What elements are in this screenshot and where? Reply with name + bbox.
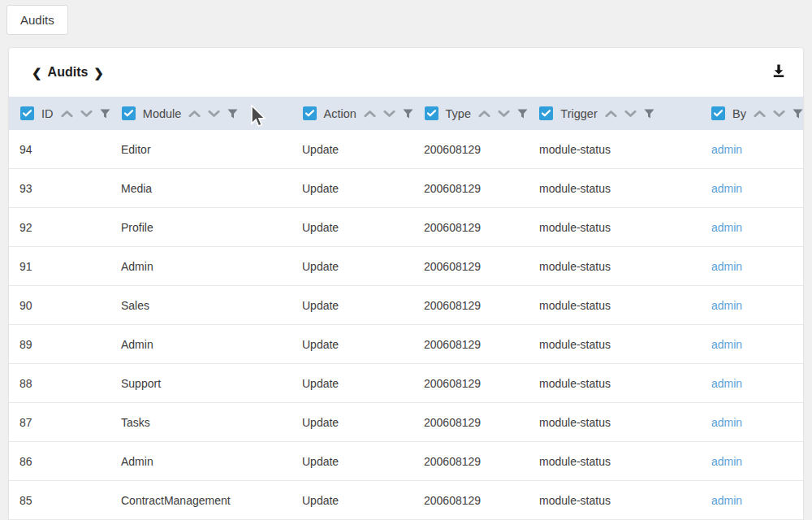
cell-trigger: module-status: [529, 377, 701, 390]
chevron-left-icon[interactable]: ❮: [32, 67, 42, 79]
column-label-by: By: [732, 107, 746, 120]
table-row: 88SupportUpdate200608129module-statusadm…: [9, 364, 803, 403]
cell-action: Update: [292, 455, 413, 468]
cell-id: 88: [9, 377, 110, 390]
cell-action: Update: [292, 143, 413, 156]
table-header-row: IDModuleActionTypeTriggerBy: [9, 97, 803, 130]
cell-by: admin: [701, 299, 803, 312]
cell-by: admin: [701, 377, 803, 390]
user-link[interactable]: admin: [711, 221, 742, 234]
cell-module: Media: [110, 182, 292, 195]
column-checkbox-by[interactable]: [711, 106, 725, 120]
user-link[interactable]: admin: [711, 299, 742, 312]
cell-action: Update: [292, 338, 413, 351]
user-link[interactable]: admin: [711, 455, 742, 468]
cell-action: Update: [292, 299, 413, 312]
user-link[interactable]: admin: [711, 338, 742, 351]
sort-asc-icon-by[interactable]: [754, 110, 766, 118]
cell-action: Update: [292, 416, 413, 429]
cell-trigger: module-status: [529, 299, 701, 312]
column-header-by: By: [700, 97, 803, 130]
sort-desc-icon-trigger[interactable]: [624, 110, 637, 118]
cell-type: 200608129: [413, 260, 529, 273]
filter-icon-type[interactable]: [517, 109, 528, 119]
table-row: 86AdminUpdate200608129module-statusadmin: [9, 442, 803, 481]
cell-by: admin: [701, 260, 803, 273]
cell-trigger: module-status: [529, 494, 701, 507]
column-checkbox-id[interactable]: [20, 106, 34, 120]
cell-by: admin: [701, 416, 803, 429]
cell-action: Update: [292, 260, 413, 273]
cell-id: 93: [9, 182, 110, 195]
cell-action: Update: [292, 221, 413, 234]
cell-id: 92: [9, 221, 110, 234]
cell-module: Admin: [110, 338, 292, 351]
sort-asc-icon-action[interactable]: [364, 110, 376, 118]
table-row: 90SalesUpdate200608129module-statusadmin: [9, 286, 803, 325]
table-row: 94EditorUpdate200608129module-statusadmi…: [9, 130, 803, 169]
column-checkbox-type[interactable]: [425, 106, 438, 120]
user-link[interactable]: admin: [711, 182, 742, 195]
table-row: 85ContractManagementUpdate200608129modul…: [9, 481, 803, 520]
cell-trigger: module-status: [529, 338, 701, 351]
cell-type: 200608129: [413, 299, 529, 312]
column-checkbox-action[interactable]: [303, 106, 317, 120]
cell-module: Editor: [110, 143, 292, 156]
cell-by: admin: [701, 494, 803, 507]
cell-by: admin: [701, 221, 803, 234]
tab-audits[interactable]: Audits: [6, 5, 68, 35]
filter-icon-module[interactable]: [227, 109, 238, 119]
sort-desc-icon-type[interactable]: [498, 110, 510, 118]
cell-action: Update: [292, 182, 413, 195]
cell-id: 90: [9, 299, 110, 312]
table-row: 92ProfileUpdate200608129module-statusadm…: [9, 208, 803, 247]
user-link[interactable]: admin: [711, 143, 742, 156]
sort-desc-icon-by[interactable]: [773, 110, 785, 118]
tab-audits-label: Audits: [20, 13, 54, 27]
cell-trigger: module-status: [529, 455, 701, 468]
sort-desc-icon-action[interactable]: [383, 110, 395, 118]
filter-icon-action[interactable]: [403, 109, 413, 119]
cell-module: Tasks: [110, 416, 292, 429]
user-link[interactable]: admin: [711, 494, 742, 507]
download-button[interactable]: [771, 63, 787, 82]
cell-type: 200608129: [413, 416, 529, 429]
sort-desc-icon-module[interactable]: [208, 110, 220, 118]
cell-trigger: module-status: [529, 182, 701, 195]
cell-module: Sales: [110, 299, 292, 312]
user-link[interactable]: admin: [711, 377, 742, 390]
cell-type: 200608129: [413, 455, 529, 468]
cell-trigger: module-status: [529, 416, 701, 429]
sort-asc-icon-module[interactable]: [188, 110, 201, 118]
cell-type: 200608129: [413, 494, 529, 507]
cell-id: 85: [9, 494, 110, 507]
cell-type: 200608129: [413, 221, 529, 234]
column-label-module: Module: [143, 107, 182, 120]
cell-trigger: module-status: [529, 260, 701, 273]
table-body: 94EditorUpdate200608129module-statusadmi…: [9, 130, 803, 520]
filter-icon-by[interactable]: [793, 109, 803, 119]
column-header-id: ID: [9, 97, 110, 130]
cell-id: 91: [9, 260, 110, 273]
card-header: ❮ Audits ❯: [9, 48, 803, 97]
cell-id: 86: [9, 455, 110, 468]
sort-asc-icon-trigger[interactable]: [605, 110, 617, 118]
column-header-action: Action: [292, 97, 413, 130]
user-link[interactable]: admin: [711, 416, 742, 429]
sort-desc-icon-id[interactable]: [80, 110, 93, 118]
cell-type: 200608129: [413, 143, 529, 156]
filter-icon-trigger[interactable]: [644, 109, 654, 119]
sort-asc-icon-type[interactable]: [478, 110, 490, 118]
column-checkbox-trigger[interactable]: [539, 106, 553, 120]
cell-by: admin: [701, 338, 803, 351]
column-checkbox-module[interactable]: [122, 106, 136, 120]
user-link[interactable]: admin: [711, 260, 742, 273]
filter-icon-id[interactable]: [100, 109, 110, 119]
audits-card: ❮ Audits ❯ IDModuleActionTypeTriggerBy 9…: [8, 47, 804, 520]
cell-type: 200608129: [413, 338, 529, 351]
column-header-trigger: Trigger: [528, 97, 700, 130]
chevron-right-icon[interactable]: ❯: [93, 67, 104, 79]
sort-asc-icon-id[interactable]: [61, 110, 73, 118]
column-header-module: Module: [110, 97, 292, 130]
table-row: 93MediaUpdate200608129module-statusadmin: [9, 169, 803, 208]
